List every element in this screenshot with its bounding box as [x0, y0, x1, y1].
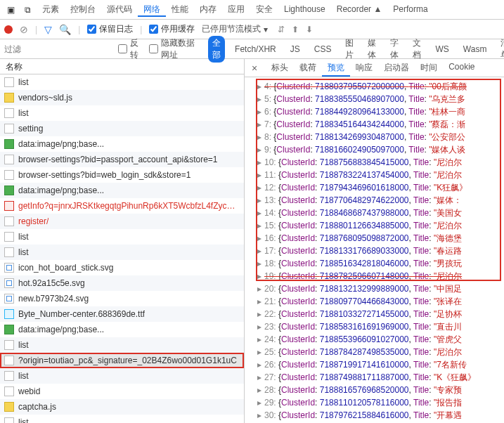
wifi-icon[interactable]: ⇵ — [278, 25, 285, 34]
request-row[interactable]: list — [0, 229, 244, 245]
main-tab-7[interactable]: 安全 — [250, 1, 278, 17]
preview-row[interactable]: ▸13: {ClusterId: 7187706482974622000, Ti… — [257, 194, 504, 207]
preview-row[interactable]: ▸4: {ClusterId: 7188037955072000000, Tit… — [257, 80, 504, 93]
detail-tab[interactable]: 时间 — [415, 59, 443, 77]
request-row[interactable]: data:image/png;base... — [0, 322, 244, 337]
main-tab-0[interactable]: 元素 — [37, 1, 65, 17]
upload-icon[interactable]: ⬆ — [292, 25, 299, 34]
request-row[interactable]: register/ — [0, 214, 244, 229]
download-icon[interactable]: ⬇ — [306, 25, 313, 34]
type-filter[interactable]: 全部 — [208, 36, 225, 63]
detail-tab[interactable]: Cookie — [443, 59, 480, 77]
preview-row[interactable]: ▸7: {ClusterId: 7188345164434244000, Tit… — [257, 118, 504, 131]
search-icon[interactable]: 🔍 — [59, 24, 71, 35]
main-tab-2[interactable]: 源代码 — [101, 1, 138, 17]
type-filter[interactable]: 媒体 — [363, 36, 380, 63]
device-icon[interactable]: ⧉ — [20, 2, 35, 18]
request-row[interactable]: browser-settings?bid=web_login_sdk&store… — [0, 167, 244, 183]
type-filter[interactable]: 文档 — [408, 36, 425, 63]
request-row[interactable]: list — [0, 74, 244, 90]
main-tab-5[interactable]: 内存 — [194, 1, 222, 17]
record-button[interactable] — [4, 25, 13, 34]
preview-row[interactable]: ▸23: {ClusterId: 7188583161691969000, Ti… — [257, 320, 504, 333]
request-row[interactable]: captcha.js — [0, 399, 244, 415]
preview-row[interactable]: ▸28: {ClusterId: 7188816576968520000, Ti… — [257, 384, 504, 396]
request-row[interactable]: vendors~sld.js — [0, 90, 244, 105]
preview-row[interactable]: ▸24: {ClusterId: 7188553966091027000, Ti… — [257, 333, 504, 346]
preview-row[interactable]: ▸25: {ClusterId: 7188784287498535000, Ti… — [257, 346, 504, 358]
preview-row[interactable]: ▸26: {ClusterId: 7188719917141610000, Ti… — [257, 358, 504, 371]
request-row[interactable]: list — [0, 245, 244, 260]
preview-row[interactable]: ▸9: {ClusterId: 7188166024905097000, Tit… — [257, 143, 504, 156]
preview-row[interactable]: ▸17: {ClusterId: 7188133176689033000, Ti… — [257, 245, 504, 257]
hide-data-checkbox[interactable]: 隐藏数据网址 — [149, 37, 201, 61]
request-list[interactable]: listvendors~sld.jslistsettingdata:image/… — [0, 74, 244, 423]
preview-row[interactable]: ▸22: {ClusterId: 7188103327271455000, Ti… — [257, 308, 504, 320]
preview-row[interactable]: ▸6: {ClusterId: 7188449280964133000, Tit… — [257, 105, 504, 118]
request-row[interactable]: ?origin=toutiao_pc&_signature=_02B4Z6wo0… — [0, 353, 244, 368]
request-row[interactable]: new.b7973b24.svg — [0, 291, 244, 306]
preview-row[interactable]: ▸8: {ClusterId: 7188134269930487000, Tit… — [257, 131, 504, 143]
request-row[interactable]: Byte_Number-center.688369de.ttf — [0, 306, 244, 322]
preview-row[interactable]: ▸18: {ClusterId: 7188516342818046000, Ti… — [257, 257, 504, 270]
preview-row[interactable]: ▸30: {ClusterId: 7187976215884616000, Ti… — [257, 409, 504, 422]
type-filter[interactable]: Wasm — [459, 43, 491, 56]
filter-input[interactable] — [0, 42, 118, 56]
filter-icon[interactable]: ▽ — [44, 24, 52, 35]
request-row[interactable]: data:image/png;base... — [0, 136, 244, 152]
type-filter[interactable]: 图片 — [341, 36, 358, 63]
main-tab-4[interactable]: 性能 — [166, 1, 194, 17]
clear-icon[interactable]: ⊘ — [20, 24, 28, 35]
detail-tab[interactable]: 载荷 — [294, 59, 322, 77]
main-tab-9[interactable]: Recorder ▲ — [331, 1, 388, 17]
request-row[interactable]: webid — [0, 384, 244, 399]
preview-pane[interactable]: ▸4: {ClusterId: 7188037955072000000, Tit… — [245, 77, 504, 423]
detail-tab[interactable]: 预览 — [322, 59, 350, 77]
request-row[interactable]: data:image/png;base... — [0, 183, 244, 198]
preview-row[interactable]: ▸10: {ClusterId: 7188756883845415000, Ti… — [257, 156, 504, 169]
type-filter[interactable]: 清单 — [496, 36, 504, 63]
preview-row[interactable]: ▸14: {ClusterId: 7188468687437988000, Ti… — [257, 207, 504, 219]
main-tab-8[interactable]: Lighthouse — [278, 1, 331, 17]
type-filter[interactable]: Fetch/XHR — [231, 43, 280, 56]
preview-row[interactable]: ▸15: {ClusterId: 7188801126634885000, Ti… — [257, 219, 504, 232]
name-column-header[interactable]: 名称 — [0, 59, 244, 74]
request-row[interactable]: list — [0, 105, 244, 121]
main-tab-3[interactable]: 网络 — [138, 1, 166, 17]
detail-tab[interactable]: 标头 — [266, 59, 294, 77]
detail-tab[interactable]: 启动器 — [378, 59, 415, 77]
request-row[interactable]: list — [0, 415, 244, 423]
preview-row[interactable]: ▸16: {ClusterId: 7188768095098872000, Ti… — [257, 232, 504, 245]
preview-row[interactable]: ▸20: {ClusterId: 7188132132999889000, Ti… — [257, 282, 504, 295]
preserve-log-checkbox[interactable]: 保留日志 — [87, 23, 133, 35]
request-row[interactable]: getInfo?q=jnrxJRSKtkegqtgPihunRp6kXT5Wcb… — [0, 198, 244, 214]
preview-row[interactable]: ▸19: {ClusterId: 7188782596607148000, Ti… — [257, 270, 504, 282]
main-tab-1[interactable]: 控制台 — [65, 1, 101, 17]
request-row[interactable]: hot.92a15c5e.svg — [0, 275, 244, 291]
type-filter[interactable]: JS — [286, 43, 304, 56]
preview-row[interactable]: ▸11: {ClusterId: 7188783224137454000, Ti… — [257, 169, 504, 181]
main-tab-10[interactable]: Performa — [387, 1, 433, 17]
request-row[interactable]: setting — [0, 121, 244, 136]
preview-row[interactable]: ▸5: {ClusterId: 7188385550468907000, Tit… — [257, 93, 504, 105]
preview-row[interactable]: ▸29: {ClusterId: 7188110120578116000, Ti… — [257, 396, 504, 409]
type-filter[interactable]: WS — [431, 43, 453, 56]
type-filter[interactable]: 字体 — [386, 36, 403, 63]
preserve-log-input[interactable] — [87, 25, 96, 34]
request-row[interactable]: list — [0, 368, 244, 384]
main-tab-6[interactable]: 应用 — [222, 1, 250, 17]
disable-cache-input[interactable] — [149, 25, 158, 34]
inspect-icon[interactable]: ▣ — [3, 2, 19, 18]
invert-checkbox[interactable]: 反转 — [118, 37, 142, 61]
disable-cache-checkbox[interactable]: 停用缓存 — [149, 23, 195, 35]
preview-row[interactable]: ▸21: {ClusterId: 7188097704466843000, Ti… — [257, 295, 504, 308]
request-row[interactable]: icon_hot_board_stick.svg — [0, 260, 244, 275]
preview-row[interactable]: ▸27: {ClusterId: 7188749881711887000, Ti… — [257, 371, 504, 384]
type-filter[interactable]: CSS — [310, 43, 336, 56]
close-icon[interactable]: × — [247, 61, 261, 75]
throttle-select[interactable]: 已停用节流模式 ▾ — [202, 23, 268, 35]
request-row[interactable]: browser-settings?bid=passport_account_ap… — [0, 152, 244, 167]
request-row[interactable]: list — [0, 337, 244, 353]
preview-row[interactable]: ▸12: {ClusterId: 7187943469601618000, Ti… — [257, 181, 504, 194]
detail-tab[interactable]: 响应 — [350, 59, 378, 77]
